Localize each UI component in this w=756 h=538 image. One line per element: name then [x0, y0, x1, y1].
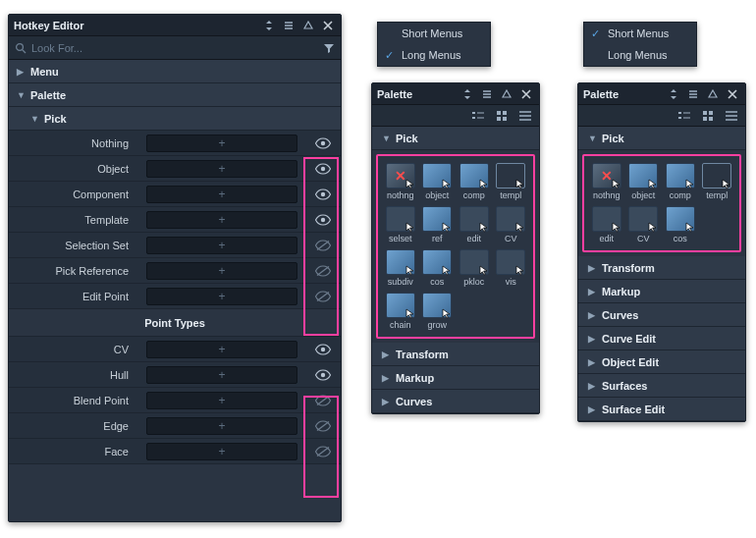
svg-rect-20 — [503, 117, 507, 121]
triangle-icon[interactable] — [705, 87, 721, 101]
point-types-header: Point Types — [9, 309, 341, 337]
palette-section-curve-edit[interactable]: ▶Curve Edit — [578, 327, 745, 350]
list-icon[interactable] — [479, 87, 495, 101]
svg-rect-16 — [477, 117, 484, 118]
palette-tool-ref[interactable]: ref — [421, 205, 455, 244]
hotkey-input[interactable]: + — [146, 262, 297, 280]
palette-section-markup[interactable]: ▶Markup — [578, 280, 745, 303]
hotkey-label: Object — [9, 163, 138, 175]
palette-section-pick[interactable]: ▼ Pick — [578, 127, 745, 150]
dock-up-down-icon[interactable] — [261, 19, 277, 32]
visibility-toggle[interactable] — [305, 413, 341, 439]
hotkey-editor-title: Hotkey Editor — [14, 20, 84, 31]
hotkey-input[interactable]: + — [146, 237, 297, 254]
grid-icon[interactable] — [494, 108, 510, 124]
visibility-toggle[interactable] — [305, 156, 341, 182]
dock-up-down-icon[interactable] — [459, 87, 475, 101]
chevron-down-icon: ▼ — [30, 114, 40, 124]
dock-up-down-icon[interactable] — [666, 87, 681, 101]
palette-tool-cos[interactable]: cos — [421, 248, 455, 288]
visibility-toggle[interactable] — [305, 182, 341, 207]
palette-tool-nothng[interactable]: nothng — [590, 162, 623, 201]
visibility-toggle[interactable] — [305, 362, 341, 388]
palette-section-curves[interactable]: ▶Curves — [372, 390, 539, 413]
hotkey-input[interactable]: + — [146, 160, 297, 178]
hotkey-input[interactable]: + — [146, 443, 297, 460]
palette-tool-CV[interactable]: CV — [627, 205, 661, 244]
svg-rect-27 — [703, 117, 707, 121]
list-icon[interactable] — [685, 87, 701, 101]
hotkey-label: Blend Point — [9, 395, 138, 406]
hotkey-input[interactable]: + — [146, 186, 297, 203]
section-pick[interactable]: ▼ Pick — [9, 107, 341, 131]
svg-rect-18 — [503, 111, 507, 115]
palette-tool-comp[interactable]: comp — [664, 162, 697, 201]
palette-tool-selset[interactable]: selset — [384, 205, 417, 244]
filter-icon[interactable] — [323, 42, 335, 54]
visibility-toggle[interactable] — [305, 439, 341, 464]
visibility-toggle[interactable] — [305, 284, 341, 309]
hotkey-input[interactable]: + — [146, 341, 297, 358]
hotkey-input[interactable]: + — [146, 211, 297, 229]
svg-point-9 — [321, 372, 325, 376]
palette-tool-object[interactable]: object — [627, 162, 661, 201]
palette-tool-edit[interactable]: edit — [590, 205, 623, 244]
hotkey-input[interactable]: + — [146, 366, 297, 384]
visibility-toggle[interactable] — [305, 131, 341, 156]
hotkey-input[interactable]: + — [146, 417, 297, 435]
menu-item-long-menus[interactable]: Long Menus — [378, 44, 490, 66]
detail-list-icon[interactable] — [676, 108, 692, 124]
hotkey-label: Hull — [9, 369, 138, 381]
palette-tool-edit[interactable]: edit — [458, 205, 491, 244]
palette-tool-chain[interactable]: chain — [384, 292, 417, 331]
palette-tool-templ[interactable]: templ — [701, 162, 734, 201]
close-icon[interactable] — [725, 87, 740, 101]
palette-tool-comp[interactable]: comp — [458, 162, 491, 201]
palette-section-transform[interactable]: ▶Transform — [372, 343, 539, 366]
section-palette[interactable]: ▼ Palette — [9, 83, 341, 107]
palette-tool-grow[interactable]: grow — [421, 292, 455, 331]
palette-section-pick[interactable]: ▼ Pick — [372, 127, 539, 150]
list-icon[interactable] — [281, 19, 297, 32]
palette-tool-cos[interactable]: cos — [664, 205, 697, 244]
palette-section-surface-edit[interactable]: ▶Surface Edit — [578, 398, 745, 421]
menu-item-short-menus[interactable]: Short Menus — [378, 23, 490, 44]
menu-item-short-menus[interactable]: Short Menus — [584, 23, 696, 44]
menu-icon[interactable] — [724, 108, 739, 124]
palette-section-surfaces[interactable]: ▶Surfaces — [578, 374, 745, 398]
palette-section-curves[interactable]: ▶Curves — [578, 303, 745, 327]
detail-list-icon[interactable] — [470, 108, 486, 124]
visibility-toggle[interactable] — [305, 337, 341, 362]
menu-item-long-menus[interactable]: Long Menus — [584, 44, 696, 66]
visibility-toggle[interactable] — [305, 258, 341, 284]
close-icon[interactable] — [320, 19, 336, 32]
visibility-toggle[interactable] — [305, 207, 341, 233]
grid-icon[interactable] — [700, 108, 716, 124]
visibility-toggle[interactable] — [305, 388, 341, 413]
palette-tool-vis[interactable]: vis — [495, 248, 528, 288]
palette-tool-CV[interactable]: CV — [495, 205, 528, 244]
triangle-icon[interactable] — [300, 19, 316, 32]
search-input[interactable] — [31, 42, 323, 54]
chevron-right-icon: ▶ — [382, 373, 392, 383]
palette-tool-nothng[interactable]: nothng — [384, 162, 417, 201]
palette-tool-object[interactable]: object — [421, 162, 455, 201]
visibility-toggle[interactable] — [305, 233, 341, 258]
section-palette-label: Palette — [30, 89, 66, 101]
close-icon[interactable] — [518, 87, 534, 101]
palette-section-markup[interactable]: ▶Markup — [372, 366, 539, 390]
svg-rect-28 — [709, 117, 713, 121]
palette-section-object-edit[interactable]: ▶Object Edit — [578, 350, 745, 374]
palette-section-transform[interactable]: ▶Transform — [578, 256, 745, 280]
hotkey-input[interactable]: + — [146, 288, 297, 305]
palette-tool-templ[interactable]: templ — [495, 162, 528, 201]
section-menu[interactable]: ▶ Menu — [9, 60, 341, 83]
palette-tool-pkloc[interactable]: pkloc — [458, 248, 491, 288]
hotkey-input[interactable]: + — [146, 134, 297, 152]
palette-tool-subdiv[interactable]: subdiv — [384, 248, 417, 288]
chevron-right-icon: ▶ — [588, 334, 598, 344]
menu-icon[interactable] — [517, 108, 533, 124]
hotkey-label: Selection Set — [9, 240, 138, 251]
hotkey-input[interactable]: + — [146, 392, 297, 409]
triangle-icon[interactable] — [499, 87, 514, 101]
